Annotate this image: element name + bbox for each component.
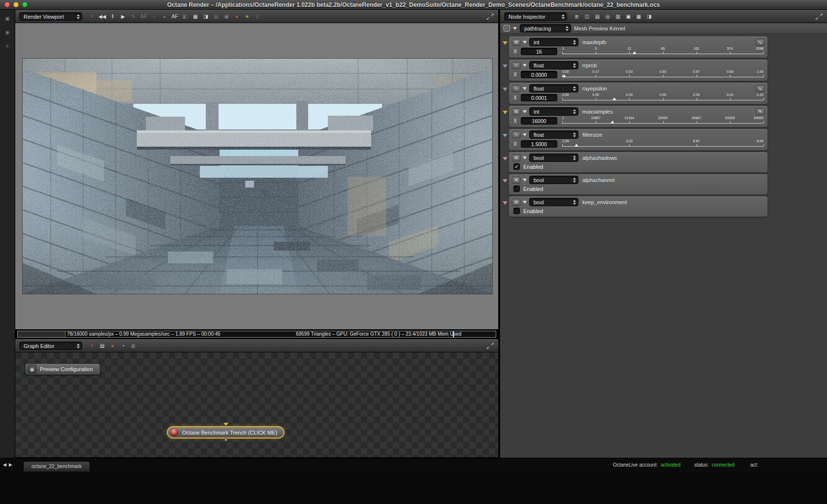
white-point-icon[interactable]: ◕ [160,13,168,21]
param-slider[interactable]: 0.000.170.330.500.670.831.00 [562,70,763,79]
render-workspace-icon[interactable]: ▣ [4,15,11,23]
kernel-type-dropdown[interactable]: pathtracing [520,24,571,32]
refresh-render-icon[interactable]: × [88,13,95,21]
node-input-pin[interactable] [223,423,228,426]
slider-marker[interactable] [612,97,616,100]
param-type-dropdown[interactable]: bool [529,176,578,184]
inspector-panel-selector[interactable]: Node Inspector [504,12,567,21]
next-tab-arrow[interactable]: ▶ [9,463,12,467]
benchmark-node[interactable]: Octane Benchmark Trench (CLICK ME) [167,426,285,439]
clipboard-icon[interactable]: ▯ [254,13,261,21]
param-type-dropdown[interactable]: bool [529,154,578,162]
param-checkbox[interactable] [513,208,520,214]
param-open-icon[interactable] [523,201,527,204]
af-toggle-icon[interactable]: AF [140,13,147,21]
param-options-icon[interactable]: ⊞ [512,177,520,184]
render-viewport[interactable] [15,23,498,329]
param-options-icon[interactable]: ∿ [512,85,520,92]
param-type-dropdown[interactable]: int [529,38,578,46]
param-open-icon[interactable] [523,87,527,90]
param-disclosure-triangle[interactable] [503,41,508,45]
material-library-icon[interactable]: ▥ [614,13,622,21]
param-disclosure-triangle[interactable] [503,179,508,183]
octanelive-icon[interactable]: ● [233,13,240,21]
save-node-icon[interactable]: ▤ [594,13,601,21]
param-type-dropdown[interactable]: float [529,61,578,69]
expand-viewport-icon[interactable]: ↗↙ [486,13,494,20]
param-type-dropdown[interactable]: int [529,107,578,116]
viewport-panel-selector[interactable]: Render Viewport [19,12,82,21]
prev-tab-arrow[interactable]: ◀ [3,463,6,467]
export-icon[interactable]: ◨ [645,13,653,21]
param-disclosure-triangle[interactable] [503,157,508,160]
param-options-icon[interactable]: ⊞ [512,199,520,206]
render-settings-icon[interactable]: ◎ [604,13,611,21]
dropdown-stepper-icon[interactable] [77,14,80,19]
subsampling-icon[interactable]: ◨ [202,13,209,21]
param-slider[interactable]: 0.000.000.000.000.000.020.10 [562,93,763,102]
expand-inspector-icon[interactable]: ↗↙ [815,13,823,20]
param-options-icon[interactable]: ∿ [512,131,520,138]
param-slider[interactable]: 1.003.335.678.00 [562,139,763,149]
lock-resolution-icon[interactable]: ◧ [181,13,189,21]
param-disclosure-triangle[interactable] [503,88,508,91]
param-value-field[interactable]: 16000 [521,117,557,125]
pause-icon[interactable]: ‖ [109,13,116,21]
material-ball-icon[interactable]: ● [109,342,116,350]
region-render-icon[interactable]: ▦ [191,13,199,21]
image-icon[interactable]: ▦ [635,13,642,21]
curve-editor-icon[interactable]: ∿ [756,39,764,46]
dropdown-stepper-icon[interactable] [77,344,80,348]
expand-graph-icon[interactable]: ↗↙ [486,343,494,349]
param-options-icon[interactable]: ⊞ [512,155,520,161]
param-open-icon[interactable] [523,41,527,44]
slider-marker[interactable] [610,121,614,124]
dropdown-stepper-icon[interactable] [573,86,576,91]
slider-marker[interactable] [562,74,566,77]
param-type-dropdown[interactable]: float [529,84,578,93]
play-icon[interactable]: ▶ [119,13,127,21]
param-value-field[interactable]: 0.0001 [521,94,557,101]
copy-node-icon[interactable]: ◫ [583,13,591,21]
white-balance-picker-icon[interactable]: ◔ [150,13,158,21]
node-graph-canvas[interactable]: ▣ Preview Configuration Octane Benchmark… [15,352,498,458]
param-options-icon[interactable]: ≣ [512,39,520,46]
param-disclosure-triangle[interactable] [503,64,508,68]
graph-tab[interactable]: octane_22_benchmark [23,461,90,472]
dropdown-stepper-icon[interactable] [573,178,576,183]
param-slider[interactable]: 1312451615742048 [562,47,763,56]
param-disclosure-triangle[interactable] [503,201,508,205]
param-slider[interactable]: 1106672133432000426675333364000 [562,116,763,126]
autofocus-indicator[interactable]: AF [171,13,178,21]
param-open-icon[interactable] [523,64,527,67]
disclosure-open-icon[interactable] [513,27,517,30]
param-value-field[interactable]: 16 [521,48,557,55]
dropdown-stepper-icon[interactable] [566,26,569,31]
param-open-icon[interactable] [523,157,527,159]
param-checkbox[interactable] [513,186,520,192]
dropdown-stepper-icon[interactable] [573,200,576,205]
save-graph-icon[interactable]: ▤ [98,342,106,350]
skip-to-start-icon[interactable]: ◀◀ [98,13,106,21]
daylight-icon[interactable]: ☀ [243,13,251,21]
focus-picker-icon[interactable]: ✎ [129,13,137,21]
param-type-dropdown[interactable]: bool [529,198,578,206]
graph-panel-selector[interactable]: Graph Editor [19,342,82,350]
save-image-icon[interactable]: ▤ [212,13,220,21]
node-list-icon[interactable]: ≣ [573,13,580,21]
param-value-field[interactable]: 0.0000 [521,71,557,78]
param-disclosure-triangle[interactable] [503,134,508,137]
texture-icon[interactable]: ▣ [625,13,632,21]
curve-editor-icon[interactable]: ✎ [756,108,764,115]
grid-snap-icon[interactable]: ▦ [129,342,137,350]
param-options-icon[interactable]: ∿ [512,62,520,69]
param-disclosure-triangle[interactable] [503,111,508,114]
slider-marker[interactable] [633,51,636,54]
param-open-icon[interactable] [523,179,527,182]
curve-editor-icon[interactable]: ∿ [756,85,764,92]
param-options-icon[interactable]: ≣ [512,108,520,115]
dropdown-stepper-icon[interactable] [573,63,576,68]
recent-nodes-icon[interactable]: ◔ [119,342,127,350]
param-value-field[interactable]: 1.5000 [521,140,557,148]
param-open-icon[interactable] [523,110,527,113]
